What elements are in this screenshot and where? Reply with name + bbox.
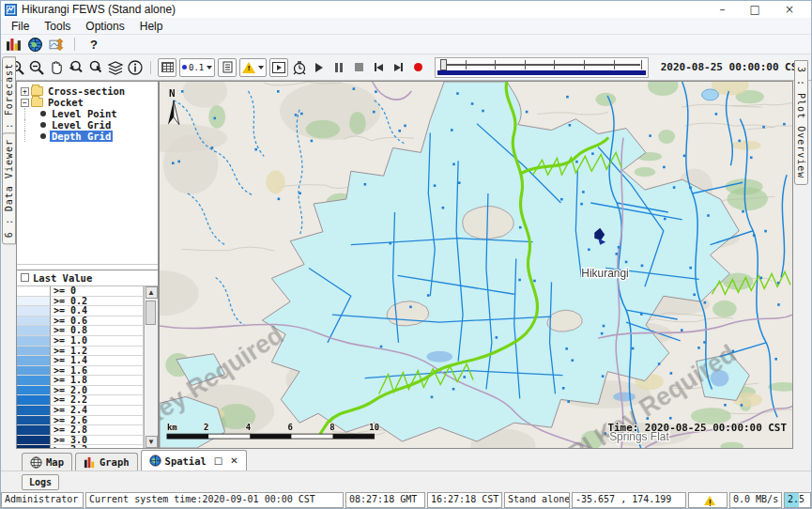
status-local-time: 16:27:18 CST <box>427 492 502 508</box>
svg-text:10: 10 <box>369 423 379 432</box>
legend-swatch <box>17 347 51 357</box>
svg-text:2: 2 <box>204 423 208 432</box>
timer-clock-icon[interactable] <box>291 59 308 76</box>
globe-blue-icon <box>149 455 161 467</box>
legend-panel: Last Value >= 0>= 0.2>= 0.4>= 0.6>= 0.8>… <box>17 270 158 448</box>
menu-help[interactable]: Help <box>133 19 170 34</box>
chevron-down-icon <box>207 66 212 69</box>
logs-button[interactable]: Logs <box>22 474 59 490</box>
menu-options[interactable]: Options <box>79 19 130 34</box>
legend-swatch <box>17 425 51 436</box>
chevron-down-icon <box>258 66 264 69</box>
legend-swatch <box>17 316 51 327</box>
tree-node-label[interactable]: Level Point <box>50 108 119 119</box>
movie-player-icon <box>272 62 285 73</box>
legend-swatch <box>17 356 51 366</box>
filter-tree: + Cross-section − Pocket Level Point Lev… <box>17 82 158 265</box>
animation-player-button[interactable] <box>269 58 288 77</box>
right-dock-strip: 3 : Plot Overview <box>793 81 811 449</box>
database-explorer-icon[interactable] <box>6 38 22 52</box>
tree-node-label[interactable]: Level Grid <box>50 119 113 131</box>
step-forward-button[interactable] <box>390 59 406 76</box>
step-back-button[interactable] <box>370 59 387 76</box>
time-slider-thumb[interactable] <box>440 59 447 70</box>
tab-map[interactable]: Map <box>22 453 72 470</box>
menu-tools[interactable]: Tools <box>38 19 77 34</box>
maximize-button[interactable]: □ <box>750 3 760 16</box>
threshold-dot-icon <box>182 65 187 69</box>
globe-map-icon[interactable] <box>27 38 43 52</box>
warning-icon: ! <box>704 496 715 505</box>
legend-swatch <box>17 436 51 446</box>
scroll-up-button[interactable]: ▲ <box>146 286 158 299</box>
time-slider[interactable] <box>435 57 648 78</box>
spatial-display-icon[interactable] <box>49 38 65 52</box>
status-coordinates: -35.657 , 174.199 <box>572 492 686 508</box>
close-button[interactable]: × <box>785 3 794 16</box>
time-slider-range <box>437 70 645 75</box>
legend-table: >= 0>= 0.2>= 0.4>= 0.6>= 0.8>= 1.0>= 1.2… <box>17 286 144 448</box>
zoom-out-icon[interactable] <box>28 59 45 76</box>
status-memory[interactable]: 2.5 GB <box>784 492 811 508</box>
legend-icon <box>222 61 233 73</box>
lake <box>702 89 719 100</box>
zoom-next-icon[interactable] <box>87 59 104 76</box>
help-button[interactable]: ? <box>84 38 103 52</box>
status-download-rate: 0.0 MB/s <box>729 492 782 508</box>
zoom-previous-icon[interactable] <box>68 59 84 76</box>
data-viewer-panel: + Cross-section − Pocket Level Point Lev… <box>16 81 159 449</box>
status-gmt-time: 08:27:18 GMT <box>345 492 425 508</box>
scroll-down-button[interactable]: ▼ <box>146 436 158 448</box>
tree-node-cross-section[interactable]: + Cross-section <box>21 85 158 97</box>
folder-icon <box>31 98 43 107</box>
threshold-dropdown[interactable]: 0.1 <box>179 58 215 77</box>
tree-node-label[interactable]: Cross-section <box>46 85 127 97</box>
play-button[interactable] <box>311 59 328 76</box>
toolbar-separator <box>74 38 75 51</box>
record-button[interactable] <box>409 59 426 76</box>
legend-toggle-button[interactable] <box>218 58 237 77</box>
info-icon[interactable] <box>127 59 144 76</box>
layers-icon[interactable] <box>107 59 124 76</box>
legend-swatch <box>17 366 51 377</box>
stop-button[interactable] <box>350 59 367 76</box>
tree-node-depth-grid[interactable]: Depth Grid <box>21 131 158 142</box>
folder-icon <box>31 86 43 96</box>
pause-button[interactable] <box>330 59 347 76</box>
menu-file[interactable]: File <box>5 19 36 34</box>
svg-text:8: 8 <box>329 423 334 432</box>
last-value-checkbox[interactable] <box>21 273 29 282</box>
legend-swatch <box>17 336 51 347</box>
legend-row: >= 3.2 <box>17 445 144 448</box>
legend-scrollbar[interactable]: ▲ ▼ <box>144 286 158 448</box>
statusbar: Administrator Current system time:2020-0… <box>1 492 811 508</box>
tab-plot-overview[interactable]: 3 : Plot Overview <box>794 60 808 185</box>
expand-icon[interactable]: + <box>21 87 29 96</box>
legend-swatch <box>17 445 51 448</box>
collapse-icon[interactable]: − <box>21 99 29 107</box>
town-label: Hikurangi <box>581 267 628 280</box>
tab-data-viewer[interactable]: 6 : Data Viewer <box>2 132 16 244</box>
spatial-map[interactable]: API Key Required API Key Required Hikura… <box>159 81 793 449</box>
status-warning-cell[interactable]: ! <box>688 492 728 508</box>
legend-swatch <box>17 406 51 416</box>
thresholds-warning-dropdown[interactable]: ! <box>239 58 267 77</box>
tab-graph[interactable]: Graph <box>75 453 138 470</box>
grid-display-button[interactable] <box>158 58 176 77</box>
scrollbar-thumb[interactable] <box>146 301 156 325</box>
node-bullet-icon <box>40 133 46 139</box>
tree-node-label-selected[interactable]: Depth Grid <box>50 131 113 142</box>
tree-node-level-point[interactable]: Level Point <box>21 108 158 119</box>
tab-spatial-label: Spatial <box>165 455 207 467</box>
tab-close-button[interactable]: ✕ <box>230 455 237 466</box>
pan-hand-icon[interactable] <box>48 59 65 76</box>
toolbar-main: ? <box>1 35 811 54</box>
tab-spatial[interactable]: Spatial □ ✕ <box>141 450 247 470</box>
tree-node-pocket[interactable]: − Pocket <box>21 97 158 108</box>
tree-node-label[interactable]: Pocket <box>46 97 85 108</box>
legend-label: >= 1.0 <box>51 336 144 347</box>
tab-restore-button[interactable]: □ <box>214 455 222 466</box>
tree-node-level-grid[interactable]: Level Grid <box>21 119 158 131</box>
minimize-button[interactable]: – <box>720 3 726 16</box>
legend-swatch <box>17 286 51 297</box>
